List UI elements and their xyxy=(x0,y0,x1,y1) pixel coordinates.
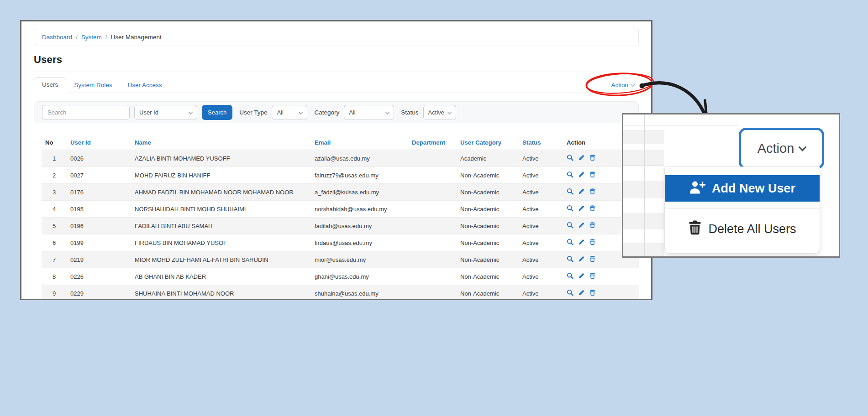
category-label: Category xyxy=(314,109,339,116)
view-icon[interactable] xyxy=(567,188,573,196)
view-icon[interactable] xyxy=(567,272,573,281)
delete-icon[interactable] xyxy=(589,188,596,196)
col-header-email[interactable]: Email xyxy=(311,135,400,150)
cell-status: Active xyxy=(519,218,563,234)
menu-item-add-new-user[interactable]: Add New User xyxy=(665,175,820,202)
table-row: 9 0229 SHUHAINA BINTI MOHAMAD NOOR shuha… xyxy=(42,285,639,301)
cell-user-id: 0199 xyxy=(67,234,131,251)
main-window: Dashboard / System / User Management Use… xyxy=(20,20,652,300)
cell-user-category: Non-Academic xyxy=(457,251,519,268)
tab-user-access[interactable]: User Access xyxy=(120,78,170,93)
breadcrumb-system[interactable]: System xyxy=(81,34,102,41)
delete-icon[interactable] xyxy=(589,222,596,230)
col-header-status[interactable]: Status xyxy=(519,135,563,150)
status-label: Status xyxy=(401,109,418,116)
status-value: Active xyxy=(428,109,444,116)
chevron-down-icon xyxy=(447,109,452,114)
view-icon[interactable] xyxy=(567,154,573,162)
cell-email: fadilah@usas.edu.my xyxy=(311,218,400,234)
cell-email: azalia@usas.edu.my xyxy=(311,150,400,167)
title-divider xyxy=(34,72,639,72)
table-row: 6 0199 FIRDAUS BIN MOHAMAD YUSOF firdaus… xyxy=(42,234,639,251)
breadcrumb-separator: / xyxy=(76,34,78,41)
callout-action-button[interactable]: Action xyxy=(739,128,824,169)
cell-department xyxy=(400,167,457,184)
status-select[interactable]: Active xyxy=(423,105,456,120)
cell-no: 4 xyxy=(42,201,67,218)
edit-icon[interactable] xyxy=(578,188,585,196)
user-type-select[interactable]: All xyxy=(272,105,307,120)
category-value: All xyxy=(349,109,355,116)
edit-icon[interactable] xyxy=(578,154,585,162)
view-icon[interactable] xyxy=(567,239,573,247)
cell-user-id: 0176 xyxy=(67,184,131,201)
view-icon[interactable] xyxy=(567,171,573,179)
table-row: 1 0026 AZALIA BINTI MOHAMED YUSOFF azali… xyxy=(42,150,639,167)
view-icon[interactable] xyxy=(567,205,573,213)
cell-status: Active xyxy=(519,285,563,301)
cell-email: mior@usas.edu.my xyxy=(311,251,400,268)
delete-icon[interactable] xyxy=(589,239,596,247)
breadcrumb-dashboard[interactable]: Dashboard xyxy=(42,34,72,41)
delete-icon[interactable] xyxy=(589,171,596,179)
delete-icon[interactable] xyxy=(589,205,596,213)
cell-user-id: 0229 xyxy=(67,285,131,301)
background-stripe xyxy=(623,181,664,198)
cell-user-category: Non-Academic xyxy=(457,218,519,234)
cell-no: 8 xyxy=(42,268,67,285)
cell-status: Active xyxy=(519,184,563,201)
search-field-select[interactable]: User Id xyxy=(134,105,197,120)
delete-icon[interactable] xyxy=(589,272,596,281)
background-stripe xyxy=(623,243,664,258)
cell-no: 6 xyxy=(42,234,67,251)
edit-icon[interactable] xyxy=(578,255,585,264)
cell-status: Active xyxy=(519,251,563,268)
cell-name: AHMAD FADZIL BIN MOHAMAD NOOR MOHAMAD NO… xyxy=(131,184,311,201)
menu-item-delete-all-users[interactable]: Delete All Users xyxy=(665,215,820,243)
user-type-value: All xyxy=(277,109,283,116)
table-row: 3 0176 AHMAD FADZIL BIN MOHAMAD NOOR MOH… xyxy=(42,184,639,201)
edit-icon[interactable] xyxy=(578,289,585,297)
edit-icon[interactable] xyxy=(578,222,585,230)
breadcrumb-current: User Management xyxy=(111,34,162,41)
cell-status: Active xyxy=(519,167,563,184)
search-button[interactable]: Search xyxy=(202,105,232,120)
delete-icon[interactable] xyxy=(589,154,596,162)
menu-item-label: Delete All Users xyxy=(708,222,796,236)
delete-icon[interactable] xyxy=(589,255,596,264)
users-table: No User Id Name Email Department User Ca… xyxy=(42,135,639,300)
view-icon[interactable] xyxy=(567,289,573,297)
cell-user-category: Non-Academic xyxy=(457,234,519,251)
chevron-down-icon xyxy=(299,109,303,114)
chevron-down-icon xyxy=(189,109,193,114)
tab-system-roles[interactable]: System Roles xyxy=(66,78,120,93)
cell-user-category: Non-Academic xyxy=(457,167,519,184)
category-select[interactable]: All xyxy=(344,105,394,120)
cell-email: ghani@usas.edu.my xyxy=(311,268,400,285)
table-row: 7 0219 MIOR MOHD ZULFHAMI AL-FATHI BIN S… xyxy=(42,251,639,268)
cell-user-category: Academic xyxy=(457,150,519,167)
edit-icon[interactable] xyxy=(578,272,585,281)
edit-icon[interactable] xyxy=(578,239,585,247)
search-input[interactable] xyxy=(42,105,130,120)
tab-users[interactable]: Users xyxy=(34,77,66,93)
cell-department xyxy=(400,234,457,251)
edit-icon[interactable] xyxy=(578,205,585,213)
cell-user-category: Non-Academic xyxy=(457,201,519,218)
cell-no: 2 xyxy=(42,167,67,184)
action-menu-label: Action xyxy=(611,82,628,88)
action-menu-button[interactable]: Action xyxy=(611,82,634,88)
table-row: 2 0027 MOHD FAIRUZ BIN HANIFF fairuzz79@… xyxy=(42,167,639,184)
col-header-department[interactable]: Department xyxy=(400,135,457,150)
edit-icon[interactable] xyxy=(578,171,585,179)
cell-no: 9 xyxy=(42,285,67,301)
trash-icon xyxy=(688,220,702,238)
breadcrumb: Dashboard / System / User Management xyxy=(34,28,639,46)
col-header-user-id[interactable]: User Id xyxy=(67,135,131,150)
col-header-user-category[interactable]: User Category xyxy=(457,135,519,150)
delete-icon[interactable] xyxy=(589,289,596,297)
col-header-name[interactable]: Name xyxy=(131,135,311,150)
cell-user-category: Non-Academic xyxy=(457,268,519,285)
view-icon[interactable] xyxy=(567,222,573,230)
view-icon[interactable] xyxy=(567,255,573,264)
